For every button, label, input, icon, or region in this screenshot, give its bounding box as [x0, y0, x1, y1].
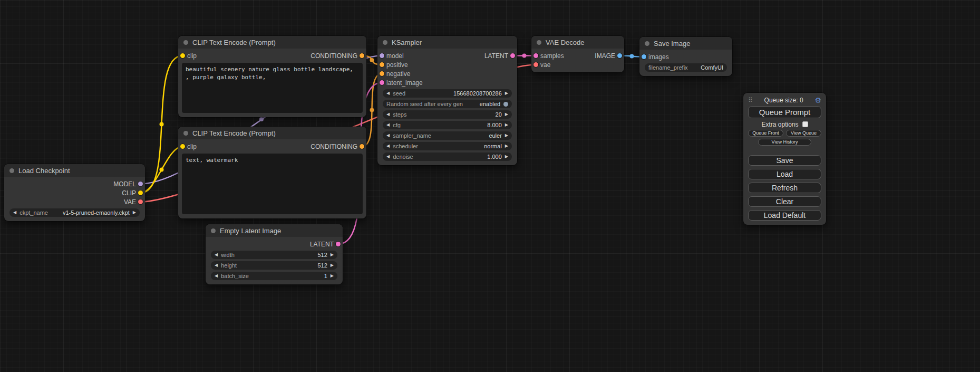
queue-prompt-button[interactable]: Queue Prompt	[748, 106, 821, 118]
node-save-image[interactable]: Save Image images filename_prefix ComfyU…	[639, 37, 732, 76]
load-default-button[interactable]: Load Default	[748, 210, 821, 221]
clip-input-dot[interactable]	[180, 144, 185, 149]
queue-panel-header: ⠿ Queue size: 0 ⚙	[748, 96, 821, 104]
extra-options-label: Extra options	[761, 121, 798, 128]
widget-label: scheduler	[393, 143, 418, 149]
collapse-dot-icon[interactable]	[383, 40, 387, 45]
increment-arrow-icon[interactable]: ▶	[505, 144, 508, 148]
seed-widget[interactable]: ◀ seed 156680208700286 ▶	[383, 89, 512, 98]
increment-arrow-icon[interactable]: ▶	[505, 91, 508, 96]
wire-midpoint-dot	[160, 168, 164, 172]
node-clip-text-encode-positive[interactable]: CLIP Text Encode (Prompt) clip CONDITION…	[178, 36, 366, 117]
batch-size-widget[interactable]: ◀ batch_size 1 ▶	[211, 272, 337, 280]
scheduler-widget[interactable]: ◀ scheduler normal ▶	[383, 142, 512, 150]
save-button[interactable]: Save	[748, 155, 821, 166]
widget-value: enabled	[480, 101, 500, 107]
samples-input-dot[interactable]	[533, 53, 538, 58]
node-ksampler[interactable]: KSampler model LATENT positive negative …	[377, 36, 517, 165]
increment-arrow-icon[interactable]: ▶	[331, 274, 334, 278]
node-title-bar[interactable]: Load Checkpoint	[4, 164, 145, 177]
negative-prompt-textarea[interactable]: text, watermark	[182, 154, 363, 214]
ckpt-name-widget[interactable]: ◀ ckpt_name v1-5-pruned-emaonly.ckpt ▶	[9, 208, 140, 217]
decrement-arrow-icon[interactable]: ◀	[386, 155, 390, 159]
latent-port-dot[interactable]	[336, 242, 341, 246]
increment-arrow-icon[interactable]: ▶	[505, 155, 508, 159]
sampler-name-widget[interactable]: ◀ sampler_name euler ▶	[383, 131, 512, 140]
model-input-dot[interactable]	[380, 53, 384, 58]
vae-input-dot[interactable]	[533, 62, 538, 67]
decrement-arrow-icon[interactable]: ◀	[386, 144, 390, 148]
settings-gear-icon[interactable]: ⚙	[814, 96, 821, 104]
node-vae-decode[interactable]: VAE Decode samples IMAGE vae	[531, 36, 624, 72]
width-widget[interactable]: ◀ width 512 ▶	[211, 251, 337, 259]
view-history-button[interactable]: View History	[758, 139, 811, 146]
decrement-arrow-icon[interactable]: ◀	[215, 253, 218, 257]
image-output-dot[interactable]	[617, 53, 622, 58]
output-port-vae: VAE	[4, 197, 145, 206]
widget-value: 512	[317, 262, 327, 269]
collapse-dot-icon[interactable]	[211, 228, 216, 233]
filename-prefix-widget[interactable]: filename_prefix ComfyUI	[645, 63, 727, 72]
increment-arrow-icon[interactable]: ▶	[505, 112, 508, 117]
load-button[interactable]: Load	[748, 169, 821, 179]
input-port-latent-image: latent_image	[377, 78, 517, 87]
collapse-dot-icon[interactable]	[645, 41, 649, 46]
latent-output-dot[interactable]	[510, 53, 515, 58]
increment-arrow-icon[interactable]: ▶	[331, 253, 334, 257]
positive-prompt-textarea[interactable]: beautiful scenery nature glass bottle la…	[182, 63, 363, 113]
decrement-arrow-icon[interactable]: ◀	[215, 263, 218, 268]
node-title-bar[interactable]: Save Image	[639, 37, 732, 50]
decrement-arrow-icon[interactable]: ◀	[386, 112, 390, 117]
increment-arrow-icon[interactable]: ▶	[505, 123, 508, 127]
decrement-arrow-icon[interactable]: ◀	[386, 123, 390, 127]
node-title-bar[interactable]: KSampler	[377, 36, 517, 49]
clear-button[interactable]: Clear	[748, 196, 821, 207]
conditioning-output-dot[interactable]	[360, 53, 364, 58]
widget-label: Random seed after every gen	[386, 101, 463, 107]
increment-arrow-icon[interactable]: ▶	[331, 263, 334, 268]
toggle-indicator-icon[interactable]	[503, 102, 508, 107]
negative-input-dot[interactable]	[380, 71, 384, 76]
wire-midpoint-dot	[259, 117, 264, 121]
model-port-dot[interactable]	[138, 182, 143, 186]
view-queue-button[interactable]: View Queue	[786, 130, 821, 137]
queue-panel: ⠿ Queue size: 0 ⚙ Queue Prompt Extra opt…	[743, 93, 826, 225]
increment-arrow-icon[interactable]: ▶	[505, 133, 508, 138]
cfg-widget[interactable]: ◀ cfg 8.000 ▶	[383, 121, 512, 129]
steps-widget[interactable]: ◀ steps 20 ▶	[383, 110, 512, 119]
node-title-bar[interactable]: CLIP Text Encode (Prompt)	[178, 127, 366, 139]
positive-input-dot[interactable]	[380, 62, 384, 67]
images-input-dot[interactable]	[642, 54, 646, 59]
decrement-arrow-icon[interactable]: ◀	[215, 274, 218, 278]
latent-image-input-dot[interactable]	[380, 80, 384, 85]
decrement-arrow-icon[interactable]: ◀	[386, 91, 390, 96]
collapse-dot-icon[interactable]	[537, 40, 541, 45]
extra-options-checkbox[interactable]	[802, 121, 808, 127]
queue-front-button[interactable]: Queue Front	[748, 130, 783, 137]
node-load-checkpoint[interactable]: Load Checkpoint MODEL CLIP VAE ◀ ckpt_na…	[4, 164, 145, 221]
clip-input-dot[interactable]	[180, 53, 185, 58]
increment-arrow-icon[interactable]: ▶	[133, 211, 136, 215]
node-title-bar[interactable]: VAE Decode	[531, 36, 624, 49]
drag-handle-icon[interactable]: ⠿	[748, 97, 753, 104]
node-title-bar[interactable]: Empty Latent Image	[206, 224, 343, 237]
node-empty-latent-image[interactable]: Empty Latent Image LATENT ◀ width 512 ▶ …	[206, 224, 343, 284]
node-title-bar[interactable]: CLIP Text Encode (Prompt)	[178, 36, 366, 49]
wire-midpoint-dot	[160, 122, 164, 127]
height-widget[interactable]: ◀ height 512 ▶	[211, 261, 337, 270]
wire-midpoint-dot	[370, 58, 374, 62]
random-seed-toggle-widget[interactable]: Random seed after every gen enabled	[383, 100, 512, 108]
collapse-dot-icon[interactable]	[183, 40, 188, 45]
collapse-dot-icon[interactable]	[183, 131, 188, 136]
decrement-arrow-icon[interactable]: ◀	[13, 211, 16, 215]
decrement-arrow-icon[interactable]: ◀	[386, 133, 390, 138]
node-clip-text-encode-negative[interactable]: CLIP Text Encode (Prompt) clip CONDITION…	[178, 127, 366, 218]
port-label: negative	[386, 70, 410, 78]
collapse-dot-icon[interactable]	[9, 168, 14, 173]
port-label: CONDITIONING	[311, 52, 357, 60]
vae-port-dot[interactable]	[138, 199, 143, 204]
conditioning-output-dot[interactable]	[360, 144, 364, 149]
denoise-widget[interactable]: ◀ denoise 1.000 ▶	[383, 152, 512, 161]
refresh-button[interactable]: Refresh	[748, 183, 821, 193]
clip-port-dot[interactable]	[138, 190, 143, 195]
